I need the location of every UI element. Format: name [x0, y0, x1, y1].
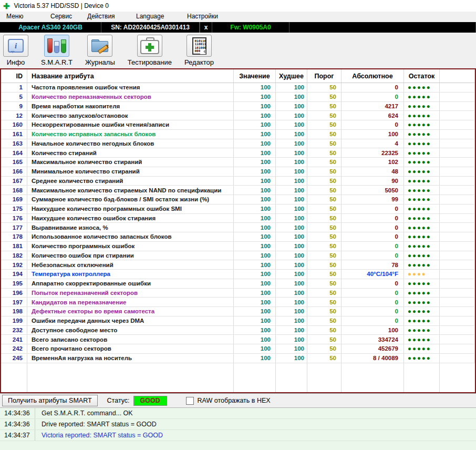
menu-item-menu[interactable]: Меню — [6, 13, 23, 20]
table-row[interactable]: 178 Использованное количество запасных б… — [1, 232, 475, 242]
attr-raw-value: 452679 — [342, 344, 404, 353]
title-bar: ✚ Victoria 5.37 HDD/SSD | Device 0 — [0, 0, 476, 12]
attr-worst: 100 — [276, 251, 307, 260]
attr-id: 177 — [1, 223, 27, 232]
attr-worst: 100 — [276, 83, 307, 92]
attr-raw-value: 0 — [342, 251, 404, 260]
table-row[interactable]: 169 Суммарное количество бэд-блоков / SM… — [1, 195, 475, 204]
table-row[interactable]: 198 Дефектные секторы во время самотеста… — [1, 307, 475, 316]
attr-value: 100 — [234, 214, 276, 223]
attr-threshold: 50 — [307, 307, 342, 316]
attr-id: 175 — [1, 204, 27, 213]
table-row[interactable]: 167 Среднее количество стираний 100 100 … — [1, 177, 475, 186]
log-timestamp: 14:34:36 — [0, 421, 35, 428]
attr-health-dots: ●●●●● — [404, 223, 440, 232]
attr-value: 100 — [234, 102, 276, 111]
attr-value: 100 — [234, 223, 276, 232]
table-row[interactable]: 12 Количество запусков/остановок 100 100… — [1, 111, 475, 120]
device-close-button[interactable]: x — [200, 22, 212, 33]
device-firmware: Fw: W0905A0 — [212, 22, 289, 33]
table-row[interactable]: 181 Количество программных ошибок 100 10… — [1, 242, 475, 251]
table-row[interactable]: 194 Температура контроллера 100 100 50 4… — [1, 270, 475, 279]
attr-raw-value: 0 — [342, 289, 404, 298]
attr-threshold: 50 — [307, 270, 342, 279]
table-row[interactable]: 241 Всего записано секторов 100 100 50 3… — [1, 335, 475, 344]
attr-threshold: 50 — [307, 298, 342, 306]
attr-raw-value: 99 — [342, 195, 404, 204]
table-row[interactable]: 1 Частота проявления ошибок чтения 100 1… — [1, 83, 475, 93]
table-row[interactable]: 168 Максимальное количество стираемых NA… — [1, 186, 475, 195]
attr-raw-value: 78 — [342, 260, 404, 269]
table-row[interactable]: 175 Наихудшее количество программных оши… — [1, 204, 475, 214]
attr-health-dots: ●●●●● — [404, 204, 440, 213]
table-row[interactable]: 177 Выравнивание износа, % 100 100 50 0 … — [1, 223, 475, 232]
table-row[interactable]: 9 Время наработки накопителя 100 100 50 … — [1, 102, 475, 111]
attr-health-dots: ●●●●● — [404, 279, 440, 288]
get-smart-button[interactable]: Получить атрибуты SMART — [2, 395, 98, 406]
log-entry: 14:34:36 Get S.M.A.R.T. command... OK — [0, 408, 476, 419]
table-row[interactable]: 163 Начальное количество негодных блоков… — [1, 139, 475, 149]
menu-item-language[interactable]: Language — [136, 13, 164, 20]
editor-button-label: Редактор — [184, 58, 214, 66]
attr-value: 100 — [234, 167, 276, 176]
raw-hex-checkbox[interactable] — [186, 397, 194, 405]
smart-button[interactable]: S.M.A.R.T — [41, 35, 73, 66]
table-row[interactable]: 245 ВременнАя нагрузка на носитель 100 1… — [1, 354, 475, 363]
attr-threshold: 50 — [307, 120, 342, 129]
table-row[interactable]: 160 Нескорректированные ошибки чтения/за… — [1, 120, 475, 130]
table-row[interactable]: 176 Наихудшее количество ошибок стирания… — [1, 214, 475, 223]
attr-raw-value: 40°C/104°F — [342, 270, 404, 279]
attr-id: 232 — [1, 326, 27, 335]
menu-item-settings[interactable]: Настройки — [187, 13, 218, 20]
table-row[interactable]: 192 Небезопасных отключений 100 100 50 7… — [1, 260, 475, 270]
column-header-raw: Абсолютное — [342, 69, 404, 83]
info-bubble-icon: i — [3, 35, 28, 57]
info-button[interactable]: i Инфо — [3, 35, 28, 66]
attr-name: Аппаратно скорректированные ошибки — [27, 279, 234, 288]
attr-threshold: 50 — [307, 139, 342, 148]
attr-name: Максимальное количество стираний — [27, 158, 234, 167]
attr-raw-value: 90 — [342, 177, 404, 186]
table-row[interactable]: 5 Количество переназначенных секторов 10… — [1, 93, 475, 102]
attr-raw-value: 0 — [342, 232, 404, 241]
journals-button-label: Журналы — [85, 58, 115, 66]
attr-health-dots: ●●●●● — [404, 148, 440, 157]
attr-health-dots: ●●●●● — [404, 242, 440, 251]
table-row[interactable]: 195 Аппаратно скорректированные ошибки 1… — [1, 279, 475, 289]
editor-button[interactable]: 010110 110011 101000 0001 Редактор — [184, 35, 214, 66]
attr-name: Доступное свободное место — [27, 326, 234, 335]
attr-id: 242 — [1, 344, 27, 353]
table-row[interactable]: 199 Ошибки передачи данных через DMA 100… — [1, 316, 475, 326]
column-header-name: Название атрибута — [27, 69, 234, 83]
table-row[interactable]: 197 Кандидатов на переназначение 100 100… — [1, 298, 475, 307]
table-row[interactable]: 165 Максимальное количество стираний 100… — [1, 158, 475, 167]
table-row[interactable]: 232 Доступное свободное место 100 100 50… — [1, 326, 475, 335]
attr-health-dots: ●●●●● — [404, 120, 440, 129]
journals-button[interactable]: Журналы — [85, 35, 115, 66]
table-row[interactable]: 242 Всего прочитано секторов 100 100 50 … — [1, 344, 475, 354]
testing-button[interactable]: Тестирование — [128, 35, 172, 66]
menu-item-service[interactable]: Сервис — [50, 13, 72, 20]
attr-threshold: 50 — [307, 316, 342, 325]
table-row[interactable]: 164 Количество стираний 100 100 50 22325… — [1, 148, 475, 158]
test-tubes-icon — [44, 35, 69, 57]
attr-name: Нескорректированные ошибки чтения/записи — [27, 120, 234, 129]
device-model: Apacer AS340 240GB — [0, 22, 101, 33]
attr-health-dots: ●●●●● — [404, 251, 440, 260]
log-message: Get S.M.A.R.T. command... OK — [35, 410, 133, 417]
attr-health-dots: ●●●●● — [404, 335, 440, 344]
attr-raw-value: 8 / 40089 — [342, 354, 404, 363]
attr-value: 100 — [234, 326, 276, 335]
table-row[interactable]: 182 Количество ошибок при стирании 100 1… — [1, 251, 475, 261]
menu-item-actions[interactable]: Действия — [87, 13, 115, 20]
attr-id: 1 — [1, 83, 27, 92]
attr-raw-value: 0 — [342, 279, 404, 288]
table-row[interactable]: 161 Количество исправных запасных блоков… — [1, 130, 475, 139]
table-row[interactable]: 196 Попыток переназначений секторов 100 … — [1, 289, 475, 298]
attr-worst: 100 — [276, 177, 307, 186]
attr-threshold: 50 — [307, 130, 342, 139]
log-panel: 14:34:36 Get S.M.A.R.T. command... OK 14… — [0, 407, 476, 450]
table-row[interactable]: 166 Минимальное количество стираний 100 … — [1, 167, 475, 177]
attr-worst: 100 — [276, 307, 307, 316]
attr-name: Наихудшее количество программных ошибок … — [27, 204, 234, 213]
